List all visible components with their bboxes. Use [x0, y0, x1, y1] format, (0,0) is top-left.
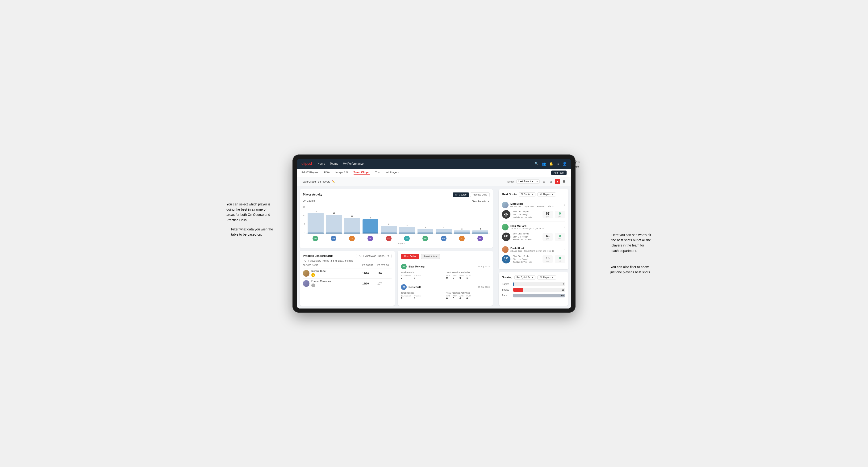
filter-dropdown-arrow[interactable]: ▼ [487, 200, 490, 203]
shot-chevron-icon-1[interactable]: › [564, 225, 565, 229]
practice-col-britt: Practice 4 [414, 295, 421, 300]
scoring-filter1[interactable]: Par 3, 4 & 5s ▼ [515, 276, 536, 280]
bar-mcharg [308, 213, 323, 234]
tab-all-players[interactable]: All Players [386, 171, 399, 174]
avatar-ford: DF [344, 236, 360, 241]
main-content-area: Player Activity On Course Practice Drill… [297, 186, 571, 309]
shot-item-1: Blair McHarg 23 Jul 2023 · Ashridge GC, … [502, 221, 565, 244]
lb-row-1: Edward Crossman 2 18/20 107 [303, 278, 392, 289]
shot-item-2: David Ford 24 Aug 2023 · Royal North Dev… [502, 244, 565, 266]
left-panel: Player Activity On Course Practice Drill… [297, 186, 496, 309]
bar-e-crossman: 2 [454, 228, 470, 234]
tab-tour[interactable]: Tour [375, 171, 380, 174]
bar-butler [417, 229, 434, 234]
shot-metric-unit-remain-0: yds [559, 215, 561, 217]
all-shots-filter[interactable]: All Shots ▼ [519, 192, 535, 196]
total-rounds-label-mcharg: Total Rounds [401, 271, 444, 274]
avatar-circle-robertson: LR [477, 236, 483, 241]
shot-chevron-icon-2[interactable]: › [564, 248, 565, 251]
annotation-player-select: You can select which player is doing the… [226, 201, 270, 223]
shot-metric-remain-0: 0 yds [555, 211, 565, 218]
col-pb-score: PB SCORE [362, 264, 376, 266]
activity-player-mcharg: BM Blair McHarg 26 Aug 2023 Total Rounds [401, 261, 490, 282]
pars-bar-fill [513, 294, 565, 298]
shot-metric-remain-1: 0 yds [555, 233, 565, 241]
all-players-filter[interactable]: All Players ▼ [537, 192, 556, 196]
bar-value-9: 9 [370, 217, 371, 219]
shot-player-info-0: Matt Miller 09 Jun 2023 · Royal North De… [502, 201, 554, 208]
tab-team-clippd[interactable]: Team Clippd [353, 171, 370, 175]
practice-activities-label-mcharg: Total Practice Activities [446, 271, 490, 274]
tab-pgat-players[interactable]: PGAT Players [302, 171, 318, 174]
avatar-ebert: EE [381, 236, 397, 241]
lb-rank-badge-1: 1 [311, 273, 315, 277]
edit-icon[interactable]: ✏️ [332, 180, 335, 183]
bell-icon[interactable]: 🔔 [549, 162, 553, 165]
scoring-filter2[interactable]: All Players ▼ [537, 276, 556, 280]
best-shots-card: Best Shots All Shots ▼ All Players ▼ [499, 189, 568, 269]
practice-activities-label-britt: Total Practice Activities [446, 292, 490, 294]
all-players-chevron-icon: ▼ [552, 193, 554, 196]
view-heart-icon[interactable]: ♥ [555, 179, 560, 184]
shot-chevron-icon-0[interactable]: › [564, 203, 565, 207]
tab-hcaps[interactable]: Hcaps 1-5 [335, 171, 348, 174]
top-navigation: clippd Home Teams My Performance 🔍 👥 🔔 ⊕… [297, 159, 571, 168]
practice-activities-values-mcharg: GTT 0 APP 0 [446, 274, 490, 279]
shot-details-1: Shot Dist: 43 yds Start Lie: Rough End L… [513, 232, 540, 241]
scoring-bars-group: Eagles 3 Birdies [502, 282, 565, 298]
nav-my-performance[interactable]: My Performance [343, 162, 364, 165]
lb-row-0: Richard Butler 1 19/20 110 [303, 268, 392, 279]
practice-activities-britt: Total Practice Activities GTT 0 APP [446, 292, 490, 300]
lb-column-headers: PLAYER NAME PB SCORE PB AVG SQ [303, 264, 392, 266]
bar-l-robertson: 2 [472, 228, 488, 234]
bar-g-billingham: 4 [399, 224, 415, 234]
view-list-icon[interactable]: ☰ [561, 179, 566, 184]
tab-pga[interactable]: PGA [324, 171, 330, 174]
nav-home[interactable]: Home [317, 162, 325, 165]
lb-score-butler: 19/20 [362, 272, 376, 275]
nav-teams[interactable]: Teams [330, 162, 338, 165]
view-grid-icon[interactable]: ⊟ [548, 179, 553, 184]
avatar-billingham: GB [399, 236, 415, 241]
shot-avatar-ford [502, 246, 508, 253]
shot-metrics-0: 67 yds 0 yds [542, 211, 565, 218]
least-active-tab[interactable]: Least Active [421, 254, 440, 259]
add-team-button[interactable]: Add Team [551, 170, 566, 175]
users-icon[interactable]: 👥 [542, 162, 546, 165]
right-panel: Best Shots All Shots ▼ All Players ▼ [496, 186, 571, 309]
annotation-best-shots: Here you can see who's hit the best shot… [611, 232, 651, 253]
shot-player-info-2: David Ford 24 Aug 2023 · Royal North Dev… [502, 246, 554, 253]
plus-circle-icon[interactable]: ⊕ [556, 162, 559, 165]
bar-m-miller: 3 [436, 226, 452, 234]
on-course-btn[interactable]: On Course [453, 192, 469, 197]
activity-date-britt: 02 Sep 2023 [478, 286, 490, 288]
leaderboard-title: Practice Leaderboards [303, 254, 333, 257]
user-avatar-icon[interactable]: 👤 [563, 162, 566, 165]
tournament-sublabel: Tournament [401, 274, 411, 276]
avatar-mcharg: BM [307, 236, 323, 241]
most-active-tab[interactable]: Most Active [401, 254, 419, 259]
scoring-row-birdies: Birdies 96 [502, 288, 565, 292]
practice-value-mcharg: 6 [414, 276, 421, 279]
activity-player-mcharg-info: BM Blair McHarg [401, 264, 425, 269]
activity-stats-mcharg: Total Rounds Tournament 7 Practice [401, 271, 490, 279]
player-activity-header: Player Activity On Course Practice Drill… [303, 192, 490, 197]
rounds-stat-mcharg: Total Rounds Tournament 7 Practice [401, 271, 444, 279]
lb-score-crossman: 18/20 [362, 282, 376, 285]
shot-player-name-miller: Matt Miller [510, 203, 554, 205]
dropdown-chevron-icon: ▼ [387, 255, 390, 257]
shot-player-info-1: Blair McHarg 23 Jul 2023 · Ashridge GC, … [502, 224, 544, 230]
birdies-bar-bg: 96 [513, 288, 565, 292]
search-icon[interactable]: 🔍 [534, 162, 538, 165]
view-grid4-icon[interactable]: ⊞ [541, 179, 547, 184]
leaderboard-filter-dropdown[interactable]: PUTT Must Make Putting... ▼ [356, 254, 392, 258]
avatar-circle-ebert: EE [386, 236, 392, 241]
player-activity-card: Player Activity On Course Practice Drill… [300, 189, 493, 248]
time-filter-select[interactable]: Last 3 months Last 6 months Last 12 mont… [516, 180, 540, 184]
practice-drills-btn[interactable]: Practice Drills [470, 192, 490, 197]
activity-avatar-britt: RB [401, 284, 407, 290]
tournament-col-mcharg: Tournament 7 [401, 274, 411, 279]
bar-coles [363, 219, 379, 234]
tablet-screen: clippd Home Teams My Performance 🔍 👥 🔔 ⊕… [297, 159, 571, 309]
activity-player-britt-header: RB Rees Britt 02 Sep 2023 [401, 284, 490, 290]
